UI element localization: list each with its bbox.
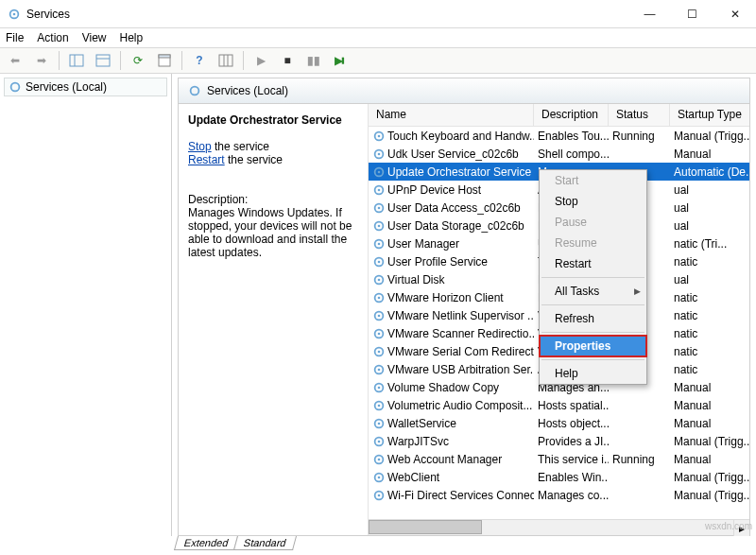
- gear-icon: [9, 80, 22, 94]
- svg-point-44: [378, 404, 381, 407]
- service-name: VMware Scanner Redirectio...: [387, 327, 534, 340]
- svg-point-26: [378, 242, 381, 245]
- svg-point-38: [378, 350, 381, 353]
- svg-point-11: [11, 83, 20, 92]
- gear-icon: [372, 183, 386, 197]
- service-name: WebClient: [387, 471, 439, 484]
- gear-icon: [372, 363, 386, 376]
- ctx-pause[interactable]: Pause: [540, 212, 646, 233]
- maximize-button[interactable]: ☐: [671, 0, 713, 28]
- close-button[interactable]: ✕: [713, 0, 756, 28]
- grid-header: Name Description Status Startup Type Log: [369, 104, 749, 127]
- menu-action[interactable]: Action: [37, 31, 68, 44]
- service-row[interactable]: WebClientEnables Win...Manual (Trigg...L…: [369, 468, 749, 486]
- menu-file[interactable]: File: [6, 31, 24, 44]
- service-startup: natic: [670, 363, 749, 376]
- col-name[interactable]: Name: [369, 104, 534, 126]
- service-row[interactable]: Web Account ManagerThis service i...Runn…: [369, 450, 749, 468]
- gear-icon: [372, 309, 386, 322]
- stop-service-button[interactable]: ■: [276, 50, 299, 71]
- service-startup: Manual: [670, 399, 749, 412]
- col-description[interactable]: Description: [534, 104, 609, 126]
- pause-service-button[interactable]: ▮▮: [302, 50, 325, 71]
- gear-icon: [372, 255, 386, 269]
- ctx-resume[interactable]: Resume: [540, 233, 646, 253]
- service-name: UPnP Device Host: [387, 183, 481, 197]
- description-label: Description:: [188, 193, 358, 206]
- service-row[interactable]: Udk User Service_c02c6bShell compo...Man…: [369, 145, 749, 163]
- svg-point-16: [378, 152, 381, 155]
- columns-button[interactable]: [215, 50, 237, 71]
- service-name: VMware Horizon Client: [387, 291, 504, 304]
- ctx-stop[interactable]: Stop: [540, 191, 646, 212]
- restart-service-button[interactable]: ▶❚: [329, 50, 352, 71]
- gear-icon: [372, 147, 386, 161]
- gear-icon: [372, 130, 386, 143]
- view-tabs: Extended Standard: [176, 536, 756, 555]
- ctx-all-tasks[interactable]: All Tasks▶: [540, 281, 646, 302]
- service-startup: natic: [670, 327, 749, 340]
- service-row[interactable]: Volumetric Audio Composit...Hosts spatia…: [369, 396, 749, 414]
- stop-link[interactable]: Stop: [188, 140, 212, 153]
- service-startup: natic: [670, 291, 749, 304]
- service-name: WarpJITSvc: [387, 435, 449, 448]
- svg-point-14: [378, 134, 381, 137]
- service-startup: Manual (Trigg...: [670, 435, 749, 448]
- service-startup: natic: [670, 309, 749, 322]
- minimize-button[interactable]: —: [628, 0, 671, 28]
- service-name: User Data Storage_c02c6b: [387, 219, 524, 233]
- menu-help[interactable]: Help: [120, 31, 144, 44]
- gear-icon: [372, 417, 386, 430]
- service-name: VMware USB Arbitration Ser...: [387, 363, 534, 376]
- service-startup: ual: [670, 201, 749, 215]
- tree-node-services-local[interactable]: Services (Local): [4, 78, 167, 96]
- ctx-refresh[interactable]: Refresh: [540, 308, 646, 329]
- service-row[interactable]: Touch Keyboard and Handw...Enables Tou..…: [369, 127, 749, 145]
- back-button[interactable]: ⬅: [4, 50, 26, 71]
- refresh-button[interactable]: ⟳: [127, 50, 149, 71]
- restart-link[interactable]: Restart: [188, 153, 225, 166]
- scrollbar-thumb[interactable]: [369, 520, 482, 534]
- svg-point-34: [378, 314, 381, 317]
- ctx-restart[interactable]: Restart: [540, 253, 646, 274]
- svg-point-20: [378, 188, 381, 191]
- svg-point-46: [378, 422, 381, 425]
- export-list-button[interactable]: [92, 50, 114, 71]
- gear-icon: [372, 381, 386, 394]
- menu-view[interactable]: View: [82, 31, 107, 44]
- svg-point-30: [378, 278, 381, 281]
- result-header: Services (Local): [178, 78, 750, 104]
- svg-point-40: [378, 368, 381, 371]
- service-startup: natic: [670, 345, 749, 358]
- service-name: Volumetric Audio Composit...: [387, 399, 532, 412]
- svg-point-22: [378, 206, 381, 209]
- service-startup: Manual (Trigg...: [670, 489, 749, 502]
- ctx-help[interactable]: Help: [540, 363, 646, 384]
- svg-point-28: [378, 260, 381, 263]
- col-startup[interactable]: Startup Type: [670, 104, 756, 126]
- service-row[interactable]: WarpJITSvcProvides a JI...Manual (Trigg.…: [369, 432, 749, 450]
- properties-button[interactable]: [153, 50, 176, 71]
- service-startup: Manual: [670, 381, 749, 394]
- service-row[interactable]: Wi-Fi Direct Services Connec...Manages c…: [369, 486, 749, 504]
- tab-extended[interactable]: Extended: [174, 536, 239, 550]
- service-name: Update Orchestrator Service: [387, 165, 531, 179]
- service-row[interactable]: WalletServiceHosts object...ManualLoc: [369, 414, 749, 432]
- col-status[interactable]: Status: [609, 104, 670, 126]
- svg-rect-4: [96, 55, 110, 66]
- service-startup: ual: [670, 183, 749, 197]
- ctx-properties[interactable]: Properties: [540, 336, 646, 356]
- horizontal-scrollbar[interactable]: ▸: [369, 519, 749, 535]
- gear-icon: [372, 273, 386, 286]
- tab-standard[interactable]: Standard: [233, 536, 297, 550]
- help-button[interactable]: ?: [188, 50, 211, 71]
- service-desc: Enables Win...: [534, 471, 609, 484]
- service-desc: Provides a JI...: [534, 435, 609, 448]
- start-service-button[interactable]: ▶: [249, 50, 272, 71]
- menubar: File Action View Help: [0, 28, 756, 47]
- ctx-start[interactable]: Start: [540, 170, 646, 191]
- gear-icon: [372, 399, 386, 412]
- show-hide-tree-button[interactable]: [65, 50, 88, 71]
- forward-button[interactable]: ➡: [30, 50, 53, 71]
- service-name: User Manager: [387, 237, 459, 251]
